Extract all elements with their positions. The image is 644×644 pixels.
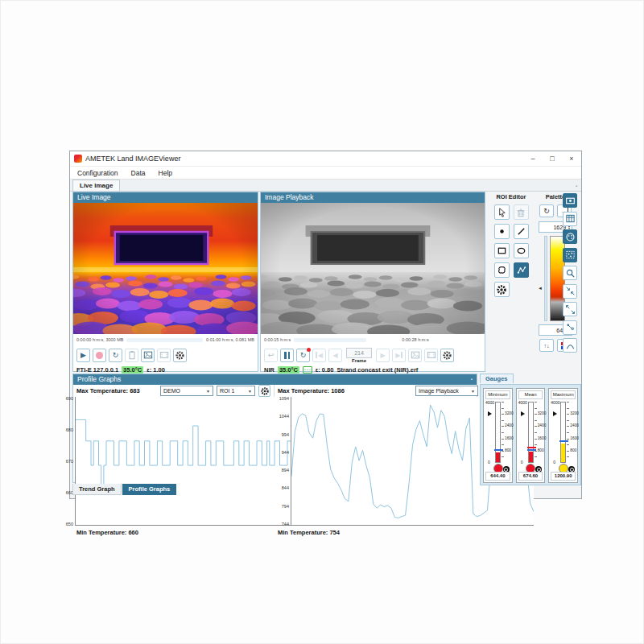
live-clipboard-button[interactable] [125,349,138,362]
roi-delete-button[interactable] [514,204,529,220]
live-thermal-image[interactable] [73,203,258,334]
gauge-tube [495,402,501,463]
gauge-tick-label: 2400 [570,423,579,427]
tab-gauges[interactable]: Gauges [480,374,514,383]
roi-select-button[interactable] [494,204,510,220]
menu-bar: Configuration Data Help [70,167,581,180]
gauge-scale-top: 4000 [485,400,494,405]
gauge-name: Mean [518,390,543,399]
tab-profile-graphs[interactable]: Profile Graphs [122,484,177,495]
live-settings-button[interactable] [173,349,187,362]
y-tick-label: 944 [282,450,289,455]
y-tick-label: 1044 [279,414,289,419]
gauge-marker-icon[interactable] [553,411,557,416]
playback-export-film-button[interactable] [424,349,438,362]
right-chart-y-axis: 10941044994944894844794744 [276,397,291,529]
live-play-button[interactable]: ▶ [76,349,90,362]
toolbar-expand-button[interactable] [563,302,577,316]
palette-refresh-button[interactable]: ↻ [539,204,554,217]
tab-live-image[interactable]: Live Image [72,180,120,191]
gauge-tickmarks [567,402,569,463]
roi-line-button[interactable] [514,224,529,239]
live-panel-title: Live Image [77,192,111,203]
palette-slider-marker[interactable]: ◄ [538,286,543,291]
playback-settings-button[interactable] [440,349,454,362]
profile-panel-title: Profile Graphs [77,374,121,385]
gauge-minimum: Minimum 4000 0 320024001600800 644.40 [483,388,513,483]
playback-next-frame-button[interactable]: ▶ [376,349,390,362]
playback-snapshot-button[interactable] [408,349,422,362]
toolbar-zoom-button[interactable] [563,266,577,280]
playback-toolbar: ↩ ↻ ◀ ◀ 214 Frame ▶ ▶ [261,345,485,365]
record-badge [307,348,311,352]
gauge-scale-top: 4000 [518,400,527,405]
right-source-dropdown[interactable]: Image Playback▼ [415,386,478,396]
live-record-button[interactable] [93,349,106,362]
toolbar-collapse-button[interactable] [563,284,577,299]
left-roi-dropdown[interactable]: ROI 1▼ [217,386,255,396]
toolbar-table-button[interactable] [563,212,577,226]
palette-slider-track[interactable] [544,236,547,321]
tab-trend-graph[interactable]: Trend Graph [72,484,122,495]
gauge-marker-icon[interactable] [521,411,525,416]
point-icon [497,226,507,237]
gauge-tick-label: 3200 [538,411,547,415]
playback-emissivity-label: ε: 0.80 [316,366,334,374]
live-export-film-button[interactable] [157,349,171,362]
roi-point-button[interactable] [494,224,510,239]
image-playback-panel: Image Playback [260,192,485,372]
palette-autoscale-button[interactable]: ↑↓ [539,339,554,352]
gauge-scale-bottom: 0 [553,460,555,464]
playback-skip-start-button[interactable]: ◀ [312,349,326,362]
skip-end-icon: ▶ [395,352,402,359]
live-refresh-button[interactable]: ↻ [109,349,122,362]
live-snapshot-button[interactable] [141,349,155,362]
minimize-button[interactable]: – [523,151,543,166]
freeform-icon [497,265,507,275]
menu-help[interactable]: Help [159,169,172,177]
pin-icon[interactable]: ▪ [471,374,473,385]
gauge-mean: Mean 4000 0 320024001600800 674.60 [516,388,546,483]
playback-loop-button[interactable]: ↩ [264,349,278,362]
playback-prev-frame-button[interactable]: ◀ [328,349,342,362]
playback-progress-bar[interactable] [294,338,366,342]
maximize-button[interactable]: □ [543,151,562,166]
pin-icon[interactable]: ▪ [576,184,577,188]
play-icon: ▶ [80,351,86,359]
toolbar-curve-button[interactable] [563,338,577,353]
toolbar-roi-display-button[interactable] [563,248,577,262]
roi-settings-button[interactable] [494,282,510,297]
playback-skip-end-button[interactable]: ▶ [392,349,406,362]
playback-grayscale-image[interactable] [261,203,485,334]
live-progress-bar[interactable] [126,338,203,342]
zoom-icon [565,268,576,279]
playback-pause-button[interactable] [280,349,294,362]
chevron-down-icon: ▼ [248,389,252,394]
toolbar-points-button[interactable] [563,320,577,335]
gear-icon [175,350,185,361]
roi-ellipse-button[interactable] [514,243,529,258]
y-tick-label: 994 [282,432,289,437]
roi-rectangle-button[interactable] [494,243,510,258]
left-source-dropdown[interactable]: DEMO▼ [160,386,213,396]
roi-freeform-button[interactable] [494,262,510,278]
gauge-scale-bottom: 0 [521,460,523,464]
y-tick-label: 690 [66,396,73,401]
gauge-maximum: Maximum 4000 0 320024001600800 1200.90 [548,388,578,483]
toolbar-palette-button[interactable] [563,229,577,244]
gauge-marker-icon[interactable] [488,411,492,416]
roi-polygon-button[interactable] [514,262,529,278]
toolbar-live-video-button[interactable] [563,193,577,208]
gauge-tick-label: 800 [505,448,511,452]
close-button[interactable]: × [562,151,581,166]
frame-input[interactable]: 214 [346,348,372,358]
profile-left-section: Max Temperature: 683 DEMO▼ ROI 1▼ 690680… [73,385,275,482]
menu-configuration[interactable]: Configuration [77,169,118,177]
left-graph-settings-button[interactable] [258,385,270,397]
frame-control: 214 Frame [346,348,372,363]
playback-replay-button[interactable]: ↻ [296,349,310,362]
playback-panel-header: Image Playback [261,192,485,203]
gauge-tick-label: 800 [538,448,544,452]
y-tick-label: 894 [282,468,289,473]
menu-data[interactable]: Data [131,169,146,177]
